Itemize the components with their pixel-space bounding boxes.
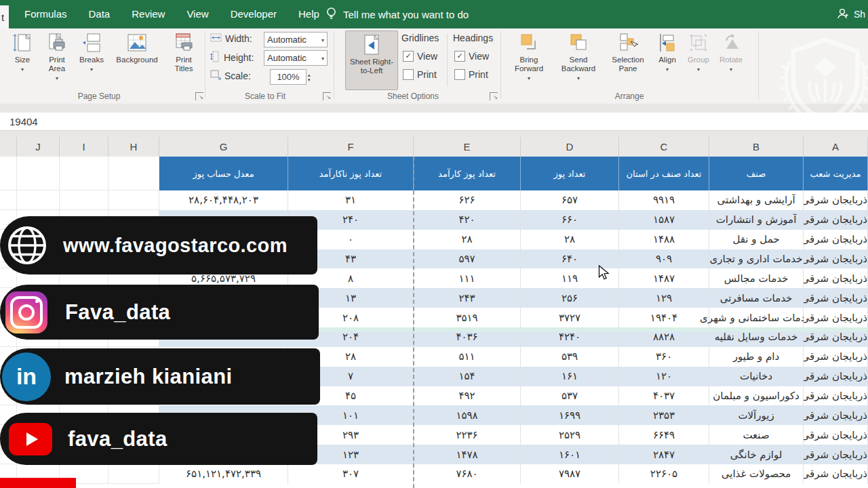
cell-efficient-pos[interactable]: ۱۴۷۸ (414, 445, 521, 464)
cell-guild[interactable]: لوازم خانگی (709, 445, 804, 464)
cell-efficient-pos[interactable]: ۴۹۲ (414, 386, 521, 406)
cell-pos-count[interactable]: ۱۶۱ (521, 367, 619, 386)
gridlines-print-checkbox[interactable] (403, 69, 414, 80)
cell-guild-count[interactable]: ۹۰۹ (619, 249, 709, 269)
cell-guild[interactable]: دکوراسیون و مبلمان (709, 386, 804, 406)
sheet-options-dialog-launcher[interactable]: ↘ (490, 92, 498, 100)
cell-province[interactable]: ذربایجان شرقی (804, 190, 868, 210)
cell-pos-count[interactable]: ۵۳۷ (521, 386, 619, 406)
scale-to-fit-dialog-launcher[interactable]: ↘ (323, 92, 331, 100)
header-cell-e[interactable]: تعداد پوز کارآمد (414, 157, 521, 190)
cell-inefficient-pos[interactable]: ۳۱ (288, 190, 414, 210)
cell-guild[interactable]: محصولات غذایی (709, 464, 804, 484)
column-header-I[interactable]: I (60, 137, 108, 157)
sheet-right-to-left-button[interactable]: Sheet Right-to-Left (345, 30, 398, 90)
cell-efficient-pos[interactable]: ۷۶۸۰ (414, 464, 521, 484)
size-button[interactable]: Size ▾ (8, 31, 37, 74)
cell-province[interactable]: ذربایجان شرقی (804, 249, 868, 269)
cell-guild-count[interactable]: ۲۲۶۰۵ (619, 464, 709, 484)
cell-guild[interactable]: حمل و نقل (709, 230, 804, 249)
cell-guild-count[interactable]: ۱۴۸۷ (619, 268, 709, 288)
selection-pane-button[interactable]: Selection Pane (606, 31, 650, 73)
cell-efficient-pos[interactable]: ۵۱۱ (414, 347, 521, 367)
tab-review[interactable]: Review (121, 0, 176, 28)
cell-province[interactable]: ذربایجان شرقی (804, 445, 868, 464)
cell-guild[interactable]: زیورآلات (709, 405, 804, 425)
headings-view-checkbox[interactable]: ✓ (454, 51, 465, 62)
print-titles-button[interactable]: Print Titles (167, 31, 201, 73)
header-cell-d[interactable]: تعداد پوز (521, 157, 619, 190)
cell-guild-count[interactable]: ۱۲۹ (619, 288, 709, 308)
cell-efficient-pos[interactable]: ۶۲۶ (414, 190, 521, 210)
cell-pos-count[interactable]: ۶۴۰ (521, 249, 619, 269)
rotate-button[interactable]: Rotate ▾ (716, 31, 746, 74)
cell-guild-count[interactable]: ۹۹۱۹ (619, 190, 709, 210)
cell-province[interactable]: ذربایجان شرقی (804, 268, 868, 288)
cell-efficient-pos[interactable]: ۳۵۱۹ (414, 308, 521, 327)
cell-guild[interactable]: خدمات مسافرتی (709, 288, 804, 308)
cell-efficient-pos[interactable]: ۲۴۳ (414, 288, 521, 308)
cell-efficient-pos[interactable]: ۱۱۱ (414, 268, 521, 288)
cell-pos-count[interactable]: ۲۵۲۹ (521, 425, 619, 445)
cell-pos-count[interactable]: ۱۶۹۹ (521, 405, 619, 425)
header-cell-c[interactable]: تعداد صنف در استان (619, 157, 709, 190)
cell-province[interactable]: ذربایجان شرقی (804, 367, 868, 386)
cell-pos-count[interactable]: ۳۷۲۷ (521, 308, 619, 327)
cell-guild[interactable]: دام و طیور (709, 347, 804, 367)
cell-guild-count[interactable]: ۱۹۴۰۴ (619, 308, 709, 327)
cell-pos-count[interactable]: ۲۸ (521, 230, 619, 249)
tab-page-layout-partial[interactable]: t (0, 5, 9, 28)
cell-guild[interactable]: صنعت (709, 425, 804, 445)
cell-pos-count[interactable]: ۵۳۹ (521, 347, 619, 367)
column-header-C[interactable]: C (619, 137, 709, 157)
column-header-A[interactable]: A (804, 137, 868, 157)
cell-guild-count[interactable]: ۲۳۵۳ (619, 405, 709, 425)
cell-guild[interactable]: دخانیات (709, 367, 804, 386)
header-cell-b[interactable]: صنف (709, 157, 804, 190)
share-button[interactable]: Sh (836, 0, 865, 28)
cell-pos-count[interactable]: ۶۶۰ (521, 210, 619, 230)
tab-data[interactable]: Data (78, 0, 121, 28)
cell-guild-count[interactable]: ۱۵۸۷ (619, 210, 709, 230)
align-button[interactable]: Align ▾ (654, 31, 681, 74)
cell-guild-count[interactable]: ۱۲۰ (619, 367, 709, 386)
column-header-D[interactable]: D (521, 137, 619, 157)
print-area-button[interactable]: Print Area ▾ (41, 31, 73, 83)
cell-guild[interactable]: آموزش و انتشارات (709, 210, 804, 230)
cell-avg-pos-account[interactable]: ۶۵۱,۱۲۱,۴۷۲,۳۳۹ (159, 464, 288, 484)
cell-pos-count[interactable]: ۶۵۷ (521, 190, 619, 210)
header-cell-f[interactable]: تعداد پوز ناکارآمد (288, 157, 414, 190)
cell-efficient-pos[interactable]: ۲۸ (414, 230, 521, 249)
cell-efficient-pos[interactable]: ۵۹۷ (414, 249, 521, 269)
scale-input[interactable]: 100% (270, 69, 307, 85)
width-select[interactable]: Automatic ▾ (264, 32, 328, 47)
background-button[interactable]: Background (111, 31, 163, 64)
tab-formulas[interactable]: Formulas (14, 0, 78, 28)
cell-province[interactable]: ذربایجان شرقی (804, 288, 868, 308)
column-header-sliver[interactable] (0, 137, 17, 157)
cell-guild[interactable]: خدمات اداری و تجاری (709, 249, 804, 269)
scale-spinner[interactable]: ▴ ▾ (308, 73, 311, 82)
cell-avg-pos-account[interactable]: ۲۸,۶۰۴,۴۴۸,۲۰۳ (159, 190, 288, 210)
cell-inefficient-pos[interactable]: ۳۰۷ (288, 464, 414, 484)
headings-print-checkbox[interactable] (454, 69, 465, 80)
column-header-F[interactable]: F (288, 137, 414, 157)
column-header-G[interactable]: G (159, 137, 288, 157)
column-header-B[interactable]: B (709, 137, 804, 157)
cell-pos-count[interactable]: ۱۱۹ (521, 268, 619, 288)
cell-province[interactable]: ذربایجان شرقی (804, 347, 868, 367)
formula-bar[interactable]: 19404 (0, 113, 868, 131)
tell-me-box[interactable]: Tell me what you want to do (326, 0, 469, 28)
column-header-E[interactable]: E (414, 137, 521, 157)
send-backward-button[interactable]: Send Backward ▾ (556, 31, 601, 83)
header-cell-a[interactable]: مدیریت شعب (804, 157, 868, 190)
cell-guild-count[interactable]: ۴۰۳۷ (619, 386, 709, 406)
cell-province[interactable]: ذربایجان شرقی (804, 464, 868, 484)
breaks-button[interactable]: Breaks ▾ (76, 31, 107, 74)
column-header-H[interactable]: H (108, 137, 159, 157)
page-setup-dialog-launcher[interactable]: ↘ (195, 92, 203, 100)
cell-province[interactable]: ذربایجان شرقی (804, 386, 868, 406)
cell-province[interactable]: ذربایجان شرقی (804, 308, 868, 327)
cell-guild-count[interactable]: ۲۸۴۷ (619, 445, 709, 464)
tab-view[interactable]: View (176, 0, 219, 28)
